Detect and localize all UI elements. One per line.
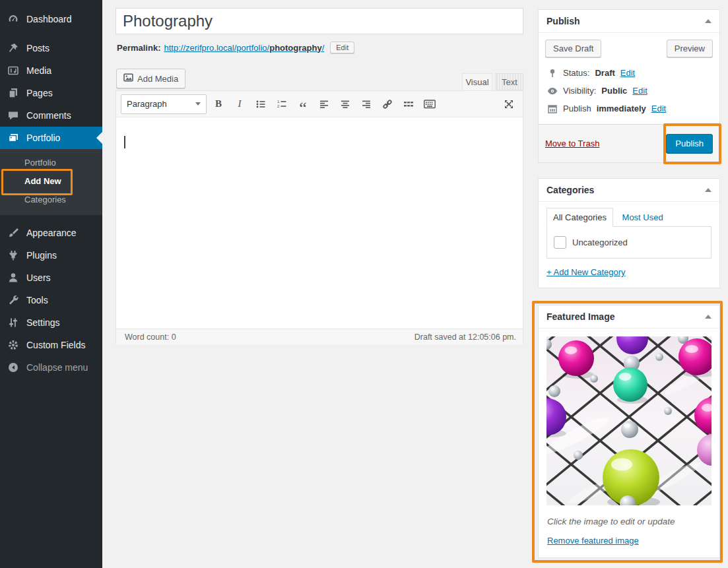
editor-statusbar: Word count: 0 Draft saved at 12:05:06 pm…	[116, 329, 523, 344]
plug-icon	[6, 249, 20, 262]
sidebar-item-media[interactable]: Media	[0, 59, 102, 82]
publish-panel: Publish Save Draft Preview Status: Draft…	[538, 9, 720, 163]
bulleted-list-icon	[255, 99, 266, 110]
schedule-value: immediately	[597, 104, 646, 113]
submenu-item-portfolio[interactable]: Portfolio	[0, 153, 102, 172]
gear-icon	[6, 338, 20, 352]
categories-panel: Categories All Categories Most Used Unca…	[538, 178, 720, 288]
permalink-link[interactable]: http://zerifpro.local/portfolio/photogra…	[164, 43, 324, 53]
permalink-suffix: /	[322, 43, 325, 53]
sidebar-item-label: Pages	[26, 88, 53, 98]
sidebar-item-appearance[interactable]: Appearance	[0, 222, 102, 244]
add-new-category-link[interactable]: + Add New Category	[546, 267, 626, 277]
sidebar-item-posts[interactable]: Posts	[0, 37, 102, 59]
permalink-prefix: http://zerifpro.local/portfolio/	[164, 43, 269, 53]
categories-panel-header[interactable]: Categories	[539, 179, 719, 202]
portfolio-submenu: Portfolio Add New Categories	[0, 149, 102, 215]
sidebar-item-label: Appearance	[26, 228, 77, 238]
schedule-row: Publish immediately Edit	[539, 100, 719, 117]
align-center-button[interactable]	[336, 95, 354, 113]
sidebar-item-users[interactable]: Users	[0, 267, 102, 289]
chevron-down-icon	[195, 102, 201, 106]
post-title-input[interactable]	[116, 8, 523, 34]
publish-panel-header[interactable]: Publish	[539, 10, 719, 33]
add-media-button[interactable]: Add Media	[116, 69, 185, 88]
read-more-icon	[403, 99, 414, 110]
submenu-item-add-new[interactable]: Add New	[0, 172, 102, 190]
menu-separator	[0, 215, 102, 222]
fullscreen-button[interactable]	[500, 95, 518, 113]
sidebar-item-collapse-menu[interactable]: Collapse menu	[0, 356, 102, 379]
tab-most-used[interactable]: Most Used	[616, 208, 670, 226]
status-edit-link[interactable]: Edit	[620, 68, 635, 78]
sidebar-item-label: Posts	[26, 43, 50, 53]
sidebar-item-label: Custom Fields	[26, 340, 85, 350]
sidebar-item-tools[interactable]: Tools	[0, 289, 102, 311]
publish-major-actions: Move to Trash Publish	[539, 124, 719, 162]
draft-saved-status: Draft saved at 12:05:06 pm.	[414, 332, 516, 342]
sidebar-item-custom-fields[interactable]: Custom Fields	[0, 334, 102, 356]
collapse-arrow-icon	[705, 315, 711, 319]
tab-all-categories[interactable]: All Categories	[546, 208, 613, 227]
sidebar-item-plugins[interactable]: Plugins	[0, 244, 102, 267]
content-editor: Paragraph B I 12 “	[116, 90, 523, 344]
bold-button[interactable]: B	[209, 95, 228, 113]
insert-link-button[interactable]	[378, 95, 397, 113]
add-media-icon	[123, 73, 133, 84]
submenu-item-categories[interactable]: Categories	[0, 190, 102, 208]
calendar-icon	[546, 104, 558, 113]
move-to-trash-link[interactable]: Move to Trash	[545, 139, 599, 148]
status-row: Status: Draft Edit	[539, 64, 719, 82]
sidebar-item-settings[interactable]: Settings	[0, 311, 102, 334]
featured-image-panel-header[interactable]: Featured Image	[539, 305, 719, 329]
collapse-arrow-icon	[705, 188, 711, 192]
editor-content-area[interactable]	[116, 117, 523, 329]
paragraph-dropdown-label: Paragraph	[127, 99, 167, 109]
featured-image-thumbnail[interactable]	[546, 336, 711, 507]
schedule-edit-link[interactable]: Edit	[651, 104, 666, 113]
visibility-row: Visibility: Public Edit	[539, 82, 719, 100]
submenu-label: Categories	[24, 195, 66, 205]
visibility-label: Visibility:	[563, 86, 596, 96]
tab-visual[interactable]: Visual	[462, 73, 492, 90]
post-status-pin-icon	[546, 69, 558, 78]
schedule-label: Publish	[563, 104, 591, 113]
uncategorized-checkbox[interactable]	[554, 236, 566, 249]
numbered-list-icon: 12	[277, 99, 287, 110]
sidebar-item-label: Collapse menu	[26, 362, 88, 373]
visibility-edit-link[interactable]: Edit	[632, 86, 647, 96]
align-right-icon	[361, 99, 372, 110]
sidebar-item-portfolio[interactable]: Portfolio	[0, 127, 102, 149]
align-left-button[interactable]	[315, 95, 333, 113]
categories-list: Uncategorized	[546, 226, 711, 259]
toolbar-toggle-button[interactable]	[420, 95, 439, 113]
sidebar-item-dashboard[interactable]: Dashboard	[0, 8, 102, 30]
keyboard-icon	[424, 100, 436, 109]
publish-button[interactable]: Publish	[666, 134, 713, 153]
publish-panel-title: Publish	[546, 16, 580, 26]
read-more-button[interactable]	[399, 95, 418, 113]
admin-sidebar: Dashboard Posts Media Pages Comments	[0, 0, 102, 568]
text-cursor	[124, 136, 125, 148]
permalink-edit-button[interactable]: Edit	[330, 42, 354, 53]
sidebar-item-comments[interactable]: Comments	[0, 104, 102, 127]
align-center-icon	[340, 99, 350, 110]
save-draft-button[interactable]: Save Draft	[545, 40, 601, 57]
preview-button[interactable]: Preview	[667, 40, 713, 57]
remove-featured-image-link[interactable]: Remove featured image	[547, 536, 639, 546]
featured-image-caption: Click the image to edit or update	[547, 517, 711, 526]
paragraph-dropdown[interactable]: Paragraph	[121, 94, 207, 114]
sidebar-item-label: Portfolio	[26, 133, 60, 143]
sidebar-item-pages[interactable]: Pages	[0, 82, 102, 104]
numbered-list-button[interactable]: 12	[273, 95, 291, 113]
sidebar-item-label: Tools	[26, 295, 48, 305]
categories-tabs: All Categories Most Used	[539, 202, 719, 226]
tab-text[interactable]: Text	[496, 73, 523, 90]
italic-button[interactable]: I	[230, 95, 249, 113]
blockquote-button[interactable]: “	[294, 91, 312, 117]
align-right-button[interactable]	[357, 95, 376, 113]
fullscreen-icon	[504, 99, 514, 110]
sidebar-item-label: Users	[26, 272, 51, 283]
bulleted-list-button[interactable]	[251, 95, 270, 113]
dashboard-icon	[6, 13, 20, 26]
